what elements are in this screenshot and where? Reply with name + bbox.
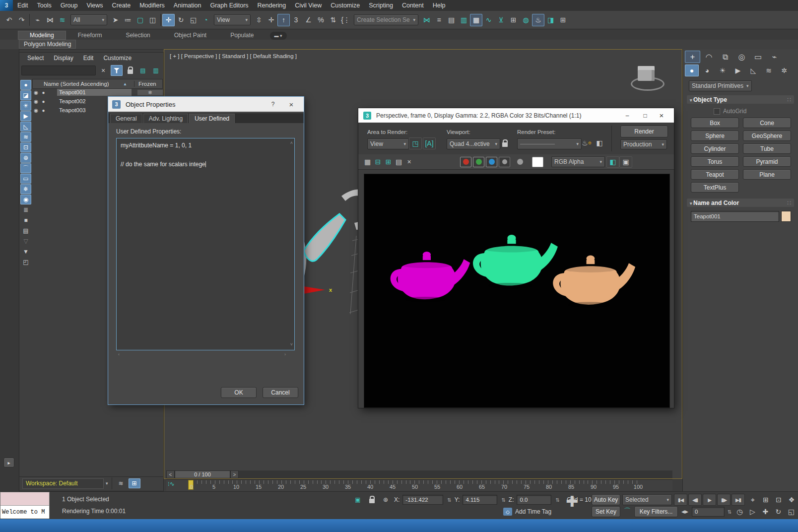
channel-display-dropdown[interactable]: RGB Alpha▾ xyxy=(551,156,605,167)
play-icon[interactable]: ▶ xyxy=(703,494,716,506)
menu-item[interactable]: Customize xyxy=(326,2,364,9)
select-and-link-icon[interactable]: ⌁ xyxy=(31,14,44,26)
workspace-dropdown[interactable]: Workspace: Default xyxy=(22,478,104,489)
alpha-channel-icon[interactable] xyxy=(499,157,510,167)
object-type-button[interactable]: Box xyxy=(691,118,739,128)
green-channel-icon[interactable] xyxy=(473,157,484,167)
schematic-view-icon[interactable]: ⊞ xyxy=(507,14,520,26)
dialog-titlebar[interactable]: 3 Object Properties ? × xyxy=(108,97,304,112)
object-type-button[interactable]: Cone xyxy=(743,118,791,128)
percent-snap-icon[interactable]: % xyxy=(315,14,327,26)
select-manipulate-icon[interactable]: ⇳ xyxy=(253,14,265,26)
fov-icon[interactable]: ▷ xyxy=(746,506,758,517)
zoom-icon[interactable]: ⌖ xyxy=(747,494,759,505)
rendered-image[interactable] xyxy=(364,174,670,408)
ribbon-config-icon[interactable]: ▬ ▾ xyxy=(270,32,287,40)
object-type-button[interactable]: Pyramid xyxy=(743,156,791,167)
maximize-viewport-icon[interactable]: ◱ xyxy=(785,506,797,517)
blue-channel-icon[interactable] xyxy=(486,157,497,167)
set-key-button[interactable]: Set Key xyxy=(592,506,620,517)
rendered-frame-icon[interactable]: ◨ xyxy=(544,14,557,26)
explorer-menu-item[interactable]: Select xyxy=(23,54,48,62)
material-editor-icon[interactable]: ◍ xyxy=(520,14,532,26)
close-button[interactable]: × xyxy=(283,100,300,109)
edit-region-icon[interactable]: ◳ xyxy=(409,137,422,149)
select-place-icon[interactable]: ◔ xyxy=(200,14,212,26)
ok-button[interactable]: OK xyxy=(221,387,257,398)
collapse-tree-icon[interactable]: ▥ xyxy=(150,66,161,75)
dialog-tab[interactable]: General xyxy=(110,114,142,123)
chevron-down-icon[interactable]: ▾ xyxy=(106,481,108,486)
select-by-name-icon[interactable]: ≔ xyxy=(122,14,134,26)
selection-region-status-icon[interactable]: ▣ xyxy=(352,495,363,505)
lock-viewport-icon[interactable] xyxy=(499,138,510,148)
menu-item[interactable]: Scripting xyxy=(364,2,398,9)
redo-icon[interactable]: ↷ xyxy=(15,14,28,26)
polygon-modeling-panel[interactable]: Polygon Modeling xyxy=(19,40,76,49)
align-icon[interactable]: ≡ xyxy=(433,14,445,26)
menu-item[interactable]: Tools xyxy=(33,2,56,9)
render-preset-dropdown[interactable]: ▾ xyxy=(517,138,582,149)
name-color-rollout[interactable]: ▾ Name and Color ∷ xyxy=(687,199,794,207)
isolate-toggle-icon[interactable]: ≋ xyxy=(116,478,127,488)
tab-modify[interactable]: ◠ xyxy=(701,51,717,63)
print-image-icon[interactable]: ▤ xyxy=(394,157,404,167)
object-type-button[interactable]: Torus xyxy=(691,156,739,167)
tab-hierarchy[interactable]: ⧉ xyxy=(718,51,733,63)
spinner-icon[interactable]: ⇅ xyxy=(555,497,559,503)
close-button[interactable]: × xyxy=(654,111,669,120)
visibility-eye-icon[interactable]: ◉ xyxy=(32,108,40,113)
scroll-up-icon[interactable]: ˄ xyxy=(290,140,293,145)
column-name[interactable]: Name (Sorted Ascending) xyxy=(33,81,123,87)
filter-geometry-icon[interactable]: ● xyxy=(20,80,31,90)
viewcube[interactable] xyxy=(629,63,664,93)
ribbon-toggle-icon[interactable]: ▦ xyxy=(470,14,482,26)
column-frozen[interactable]: Frozen xyxy=(134,81,162,87)
selection-lock-icon[interactable] xyxy=(366,495,377,505)
minimize-button[interactable]: – xyxy=(618,112,636,119)
scene-explorer-toggle-icon[interactable]: ▥ xyxy=(458,14,470,26)
key-filters-button[interactable]: Key Filters... xyxy=(634,506,678,517)
sort-arrow-icon[interactable]: ▲ xyxy=(123,82,127,86)
object-type-button[interactable]: Teapot xyxy=(691,169,739,180)
scroll-left-icon[interactable]: ‹ xyxy=(118,352,120,357)
explorer-menu-item[interactable]: Customize xyxy=(99,54,135,62)
menu-item[interactable]: Create xyxy=(108,2,135,9)
ribbon-tab[interactable]: Populate xyxy=(218,31,266,40)
expand-panel-arrow[interactable]: ▸ xyxy=(3,458,14,467)
ribbon-tab[interactable]: Object Paint xyxy=(162,31,218,40)
selection-dot-icon[interactable]: ● xyxy=(40,90,47,95)
object-type-button[interactable]: Cylinder xyxy=(691,143,739,154)
selection-dot-icon[interactable]: ● xyxy=(40,108,47,113)
ribbon-tab[interactable]: Modeling xyxy=(18,31,66,40)
filter-hidden-icon[interactable]: ◉ xyxy=(20,195,31,204)
app-logo[interactable]: 3 xyxy=(0,0,13,11)
object-type-button[interactable]: Plane xyxy=(743,169,791,180)
listener-output-row[interactable]: Welcome to M xyxy=(0,506,49,519)
rect-region-icon[interactable]: ▢ xyxy=(134,14,146,26)
object-name-field[interactable]: Teapot001 xyxy=(691,211,779,222)
filter-lights-icon[interactable]: ☀ xyxy=(20,101,31,111)
filter-shapes-icon[interactable]: ◪ xyxy=(20,90,31,100)
lock-explorer-icon[interactable] xyxy=(125,66,135,75)
zoom-region-icon[interactable]: ❖ xyxy=(786,494,798,505)
spinner-icon[interactable]: ⇅ xyxy=(501,497,505,503)
next-frame-arrow[interactable]: > xyxy=(230,470,239,478)
display-block-icon[interactable]: ■ xyxy=(20,215,31,225)
menu-item[interactable]: Modifiers xyxy=(135,2,169,9)
dope-sheet-icon[interactable]: ⊻ xyxy=(495,14,507,26)
spinner-snap-icon[interactable]: ⇅ xyxy=(327,14,339,26)
pan-icon[interactable]: ✚ xyxy=(759,506,771,517)
cancel-button[interactable]: Cancel xyxy=(263,387,298,398)
selection-filter-dropdown[interactable]: All▾ xyxy=(70,14,107,25)
angle-snap-icon[interactable]: ∠ xyxy=(302,14,315,26)
object-color-swatch[interactable] xyxy=(781,211,791,222)
auto-key-button[interactable]: Auto Key xyxy=(592,494,620,505)
channel-display-icon[interactable]: ▣ xyxy=(619,156,632,168)
z-coordinate-field[interactable]: 0.0 xyxy=(517,495,551,505)
clear-search-icon[interactable]: × xyxy=(98,66,109,75)
select-rotate-icon[interactable]: ↻ xyxy=(175,14,187,26)
filter-frozen-icon[interactable]: ❄ xyxy=(20,184,31,194)
scroll-right-icon[interactable]: › xyxy=(284,352,286,357)
create-key-icon[interactable]: ✚ xyxy=(566,493,578,510)
